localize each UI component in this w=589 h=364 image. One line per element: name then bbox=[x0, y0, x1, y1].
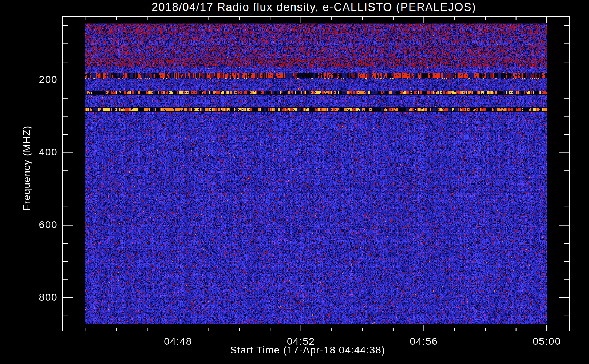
y-tick-label: 600 bbox=[7, 219, 58, 232]
y-axis-title: Frequency (MHZ) bbox=[21, 126, 33, 211]
x-tick-label: 04:48 bbox=[149, 336, 207, 347]
y-tick-label: 800 bbox=[7, 292, 58, 304]
x-axis-title: Start Time (17-Apr-18 04:44:38) bbox=[230, 344, 385, 356]
chart-title: 2018/04/17 Radio flux density, e-CALLIST… bbox=[151, 1, 476, 14]
y-tick-label: 200 bbox=[7, 74, 58, 86]
x-tick-label: 04:56 bbox=[395, 336, 453, 347]
axis-box bbox=[62, 16, 570, 331]
x-tick-label: 05:00 bbox=[518, 336, 576, 347]
spectrogram-figure: 2018/04/17 Radio flux density, e-CALLIST… bbox=[0, 0, 589, 364]
